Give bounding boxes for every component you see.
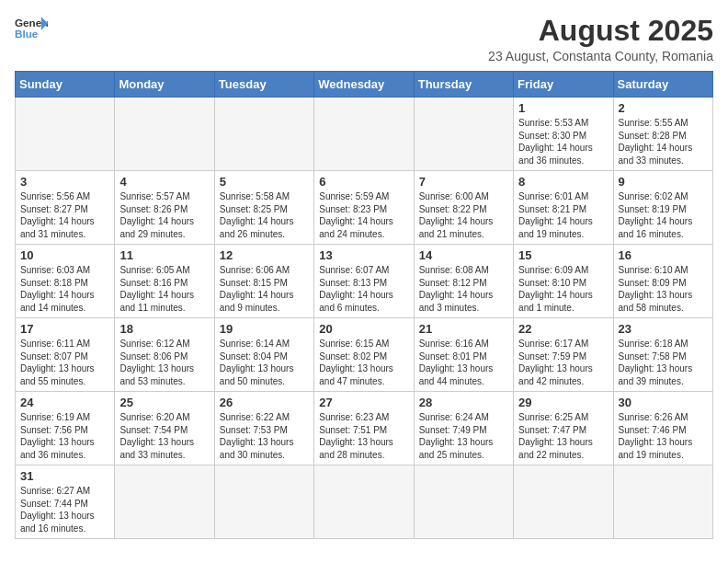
- calendar-day-cell: [314, 465, 414, 539]
- day-info: Sunrise: 6:09 AM Sunset: 8:10 PM Dayligh…: [518, 264, 608, 314]
- day-info: Sunrise: 6:14 AM Sunset: 8:04 PM Dayligh…: [220, 338, 309, 387]
- day-info: Sunrise: 6:06 AM Sunset: 8:15 PM Dayligh…: [220, 264, 309, 314]
- day-info: Sunrise: 5:56 AM Sunset: 8:27 PM Dayligh…: [20, 190, 109, 240]
- calendar-day-cell: [115, 465, 214, 539]
- title-block: August 2025 23 August, Constanta County,…: [488, 15, 713, 63]
- calendar-day-cell: 12Sunrise: 6:06 AM Sunset: 8:15 PM Dayli…: [214, 245, 313, 318]
- calendar-day-cell: 19Sunrise: 6:14 AM Sunset: 8:04 PM Dayli…: [214, 318, 313, 392]
- day-number: 10: [20, 248, 109, 262]
- day-number: 22: [518, 322, 608, 336]
- calendar-table: SundayMondayTuesdayWednesdayThursdayFrid…: [15, 71, 713, 539]
- day-number: 19: [220, 322, 309, 336]
- calendar-day-cell: 13Sunrise: 6:07 AM Sunset: 8:13 PM Dayli…: [314, 245, 414, 318]
- day-info: Sunrise: 6:23 AM Sunset: 7:51 PM Dayligh…: [319, 411, 408, 461]
- day-info: Sunrise: 6:26 AM Sunset: 7:46 PM Dayligh…: [619, 411, 708, 461]
- day-number: 31: [20, 469, 109, 483]
- day-info: Sunrise: 6:11 AM Sunset: 8:07 PM Dayligh…: [20, 338, 109, 387]
- day-number: 3: [20, 175, 109, 189]
- calendar-day-cell: [514, 465, 613, 539]
- day-info: Sunrise: 5:57 AM Sunset: 8:26 PM Dayligh…: [119, 190, 209, 240]
- day-info: Sunrise: 6:02 AM Sunset: 8:19 PM Dayligh…: [619, 190, 708, 240]
- day-info: Sunrise: 6:19 AM Sunset: 7:56 PM Dayligh…: [20, 411, 109, 461]
- calendar-day-cell: 18Sunrise: 6:12 AM Sunset: 8:06 PM Dayli…: [115, 318, 214, 392]
- calendar-day-cell: 17Sunrise: 6:11 AM Sunset: 8:07 PM Dayli…: [16, 318, 115, 392]
- calendar-day-cell: 20Sunrise: 6:15 AM Sunset: 8:02 PM Dayli…: [314, 318, 414, 392]
- day-info: Sunrise: 6:27 AM Sunset: 7:44 PM Dayligh…: [20, 485, 109, 534]
- calendar-day-cell: [414, 98, 513, 171]
- calendar-day-cell: 2Sunrise: 5:55 AM Sunset: 8:28 PM Daylig…: [613, 98, 712, 171]
- calendar-day-cell: 11Sunrise: 6:05 AM Sunset: 8:16 PM Dayli…: [115, 245, 214, 318]
- calendar-day-cell: 23Sunrise: 6:18 AM Sunset: 7:58 PM Dayli…: [613, 318, 712, 392]
- day-info: Sunrise: 6:16 AM Sunset: 8:01 PM Dayligh…: [419, 338, 508, 387]
- day-number: 9: [619, 175, 708, 189]
- day-number: 24: [20, 396, 109, 409]
- col-header-thursday: Thursday: [414, 72, 513, 98]
- calendar-day-cell: 21Sunrise: 6:16 AM Sunset: 8:01 PM Dayli…: [414, 318, 513, 392]
- svg-text:Blue: Blue: [15, 28, 39, 40]
- calendar-day-cell: 15Sunrise: 6:09 AM Sunset: 8:10 PM Dayli…: [514, 245, 613, 318]
- calendar-day-cell: [214, 465, 313, 539]
- calendar-day-cell: 30Sunrise: 6:26 AM Sunset: 7:46 PM Dayli…: [613, 392, 712, 465]
- calendar-week-row: 24Sunrise: 6:19 AM Sunset: 7:56 PM Dayli…: [16, 392, 713, 465]
- col-header-tuesday: Tuesday: [214, 72, 313, 98]
- day-number: 28: [419, 396, 508, 409]
- calendar-day-cell: 27Sunrise: 6:23 AM Sunset: 7:51 PM Dayli…: [314, 392, 414, 465]
- day-info: Sunrise: 6:03 AM Sunset: 8:18 PM Dayligh…: [20, 264, 109, 314]
- calendar-subtitle: 23 August, Constanta County, Romania: [488, 49, 713, 63]
- day-info: Sunrise: 6:22 AM Sunset: 7:53 PM Dayligh…: [220, 411, 309, 461]
- day-info: Sunrise: 5:59 AM Sunset: 8:23 PM Dayligh…: [319, 190, 408, 240]
- day-info: Sunrise: 5:53 AM Sunset: 8:30 PM Dayligh…: [518, 117, 608, 167]
- calendar-day-cell: [613, 465, 712, 539]
- day-number: 14: [419, 248, 508, 262]
- calendar-day-cell: 4Sunrise: 5:57 AM Sunset: 8:26 PM Daylig…: [115, 171, 214, 245]
- calendar-day-cell: [414, 465, 513, 539]
- calendar-header-row: SundayMondayTuesdayWednesdayThursdayFrid…: [16, 72, 713, 98]
- day-number: 12: [220, 248, 309, 262]
- calendar-day-cell: 10Sunrise: 6:03 AM Sunset: 8:18 PM Dayli…: [16, 245, 115, 318]
- day-number: 16: [619, 248, 708, 262]
- calendar-day-cell: [115, 98, 214, 171]
- day-info: Sunrise: 6:12 AM Sunset: 8:06 PM Dayligh…: [119, 338, 209, 387]
- col-header-saturday: Saturday: [613, 72, 712, 98]
- calendar-day-cell: [16, 98, 115, 171]
- calendar-day-cell: 31Sunrise: 6:27 AM Sunset: 7:44 PM Dayli…: [16, 465, 115, 539]
- day-info: Sunrise: 6:05 AM Sunset: 8:16 PM Dayligh…: [119, 264, 209, 314]
- calendar-day-cell: 7Sunrise: 6:00 AM Sunset: 8:22 PM Daylig…: [414, 171, 513, 245]
- day-number: 8: [518, 175, 608, 189]
- day-info: Sunrise: 6:10 AM Sunset: 8:09 PM Dayligh…: [619, 264, 708, 314]
- calendar-day-cell: 3Sunrise: 5:56 AM Sunset: 8:27 PM Daylig…: [16, 171, 115, 245]
- calendar-day-cell: 8Sunrise: 6:01 AM Sunset: 8:21 PM Daylig…: [514, 171, 613, 245]
- day-number: 2: [619, 101, 708, 115]
- col-header-wednesday: Wednesday: [314, 72, 414, 98]
- col-header-monday: Monday: [115, 72, 214, 98]
- calendar-day-cell: 14Sunrise: 6:08 AM Sunset: 8:12 PM Dayli…: [414, 245, 513, 318]
- day-number: 6: [319, 175, 408, 189]
- day-info: Sunrise: 5:55 AM Sunset: 8:28 PM Dayligh…: [619, 117, 708, 167]
- day-number: 15: [518, 248, 608, 262]
- calendar-day-cell: 1Sunrise: 5:53 AM Sunset: 8:30 PM Daylig…: [514, 98, 613, 171]
- calendar-day-cell: 16Sunrise: 6:10 AM Sunset: 8:09 PM Dayli…: [613, 245, 712, 318]
- day-info: Sunrise: 6:08 AM Sunset: 8:12 PM Dayligh…: [419, 264, 508, 314]
- calendar-day-cell: [214, 98, 313, 171]
- calendar-week-row: 17Sunrise: 6:11 AM Sunset: 8:07 PM Dayli…: [16, 318, 713, 392]
- month-year-title: August 2025: [488, 15, 713, 47]
- day-info: Sunrise: 6:17 AM Sunset: 7:59 PM Dayligh…: [518, 338, 608, 387]
- calendar-day-cell: 29Sunrise: 6:25 AM Sunset: 7:47 PM Dayli…: [514, 392, 613, 465]
- calendar-week-row: 31Sunrise: 6:27 AM Sunset: 7:44 PM Dayli…: [16, 465, 713, 539]
- logo-icon: General Blue: [15, 15, 48, 40]
- col-header-sunday: Sunday: [16, 72, 115, 98]
- calendar-day-cell: 25Sunrise: 6:20 AM Sunset: 7:54 PM Dayli…: [115, 392, 214, 465]
- day-number: 4: [119, 175, 209, 189]
- day-number: 17: [20, 322, 109, 336]
- day-info: Sunrise: 6:15 AM Sunset: 8:02 PM Dayligh…: [319, 338, 408, 387]
- calendar-day-cell: [314, 98, 414, 171]
- calendar-week-row: 3Sunrise: 5:56 AM Sunset: 8:27 PM Daylig…: [16, 171, 713, 245]
- day-number: 23: [619, 322, 708, 336]
- calendar-day-cell: 22Sunrise: 6:17 AM Sunset: 7:59 PM Dayli…: [514, 318, 613, 392]
- page-header: General Blue August 2025 23 August, Cons…: [15, 15, 713, 63]
- day-info: Sunrise: 6:18 AM Sunset: 7:58 PM Dayligh…: [619, 338, 708, 387]
- day-number: 26: [220, 396, 309, 409]
- calendar-week-row: 10Sunrise: 6:03 AM Sunset: 8:18 PM Dayli…: [16, 245, 713, 318]
- calendar-day-cell: 26Sunrise: 6:22 AM Sunset: 7:53 PM Dayli…: [214, 392, 313, 465]
- day-number: 18: [119, 322, 209, 336]
